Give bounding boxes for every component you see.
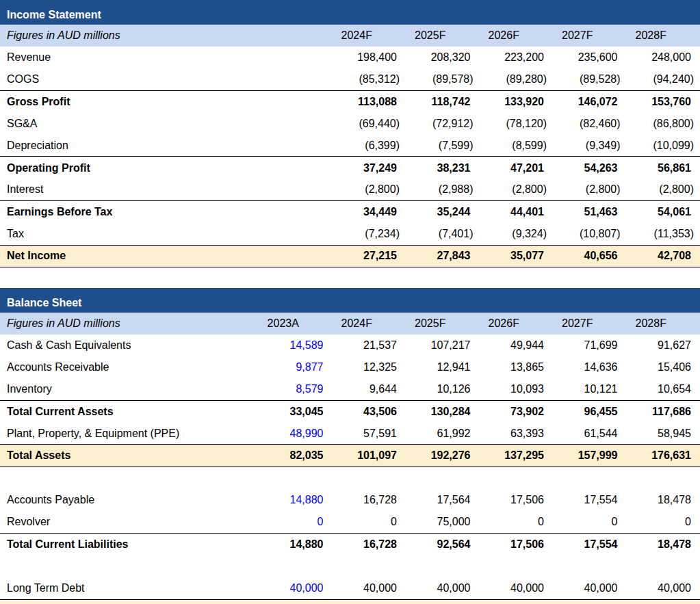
cell-interest-2025f: (2,988) <box>406 183 480 196</box>
cell-total-current-assets-2024f: 43,506 <box>333 406 406 418</box>
cell-revolver-2028f: 0 <box>627 516 700 528</box>
row-accounts-receivable: Accounts Receivable9,87712,32512,94113,8… <box>0 356 700 378</box>
cell-revenue-2024f: 198,400 <box>333 51 406 64</box>
cell-sg-a-2026f: (78,120) <box>480 118 554 130</box>
cell-total-current-liabilities-2023a: 14,880 <box>259 538 333 551</box>
row-accounts-payable: Accounts Payable14,88016,72817,56417,506… <box>0 489 700 511</box>
balance-sheet-partial-total-row <box>0 600 700 604</box>
row-label-inventory: Inventory <box>0 383 259 395</box>
row-revenue: Revenue198,400208,320223,200235,600248,0… <box>0 47 700 68</box>
cell-inventory-2027f: 10,121 <box>553 383 627 395</box>
cell-tax-2026f: (9,324) <box>480 228 554 240</box>
cell-earnings-before-tax-2025f: 35,244 <box>406 206 480 218</box>
column-header-2026f: 2026F <box>480 29 554 42</box>
column-header-2023a: 2023A <box>259 317 333 330</box>
row-label-accounts-receivable: Accounts Receivable <box>0 361 259 373</box>
cell-revenue-2025f: 208,320 <box>406 51 480 64</box>
cell-total-current-liabilities-2024f: 16,728 <box>333 538 406 551</box>
row-interest: Interest(2,800)(2,988)(2,800)(2,800)(2,8… <box>0 179 700 201</box>
cell-cash-cash-equivalents-2027f: 71,699 <box>553 339 627 352</box>
row-label-sg-a: SG&A <box>0 118 259 130</box>
cell-inventory-2024f: 9,644 <box>333 383 406 395</box>
cell-total-current-assets-2027f: 96,455 <box>553 406 627 418</box>
row-label-plant-property-equipment-ppe: Plant, Property, & Equipment (PPE) <box>0 428 259 440</box>
row-label-earnings-before-tax: Earnings Before Tax <box>0 206 259 218</box>
cell-earnings-before-tax-2028f: 54,061 <box>627 206 700 218</box>
cell-plant-property-equipment-ppe-2028f: 58,945 <box>627 428 700 440</box>
cell-sg-a-2024f: (69,440) <box>333 118 406 130</box>
cell-depreciation-2028f: (10,099) <box>627 140 700 152</box>
cell-accounts-payable-2028f: 18,478 <box>627 494 700 506</box>
cell-cash-cash-equivalents-2025f: 107,217 <box>406 339 480 352</box>
cell-net-income-2027f: 40,656 <box>553 250 627 262</box>
cell-operating-profit-2026f: 47,201 <box>480 162 554 174</box>
cell-revenue-2028f: 248,000 <box>627 51 700 64</box>
row-label-revenue: Revenue <box>0 51 259 64</box>
cell-earnings-before-tax-2026f: 44,401 <box>480 206 554 218</box>
cell-total-current-assets-2023a: 33,045 <box>259 406 333 418</box>
cell-plant-property-equipment-ppe-2024f: 57,591 <box>333 428 406 440</box>
column-header-2028f: 2028F <box>627 29 700 42</box>
cell-long-term-debt-2027f: 40,000 <box>553 582 627 594</box>
cell-cash-cash-equivalents-2023a: 14,589 <box>259 339 333 352</box>
row-label-net-income: Net Income <box>0 250 259 262</box>
income-statement-units-row: Figures in AUD millions 2024F2025F2026F2… <box>0 25 700 47</box>
blank-row <box>0 555 700 577</box>
cell-accounts-payable-2023a: 14,880 <box>259 494 333 506</box>
cell-accounts-receivable-2023a: 9,877 <box>259 361 333 373</box>
row-revolver: Revolver0075,000000 <box>0 511 700 533</box>
cell-net-income-2025f: 27,843 <box>406 250 480 262</box>
balance-sheet-section: Balance Sheet Figures in AUD millions 20… <box>0 288 700 604</box>
cell-plant-property-equipment-ppe-2027f: 61,544 <box>553 428 627 440</box>
column-header-2027f: 2027F <box>553 29 627 42</box>
balance-sheet-units-label: Figures in AUD millions <box>0 317 259 330</box>
cell-cash-cash-equivalents-2026f: 49,944 <box>480 339 554 352</box>
cell-accounts-payable-2024f: 16,728 <box>333 494 406 506</box>
cell-total-current-assets-2026f: 73,902 <box>480 406 554 418</box>
cell-accounts-receivable-2028f: 15,406 <box>627 361 700 373</box>
row-label-accounts-payable: Accounts Payable <box>0 494 259 506</box>
cell-inventory-2026f: 10,093 <box>480 383 554 395</box>
cell-long-term-debt-2023a: 40,000 <box>259 582 333 594</box>
cell-cogs-2025f: (89,578) <box>406 73 480 86</box>
cell-accounts-receivable-2025f: 12,941 <box>406 361 480 373</box>
column-header-2026f: 2026F <box>480 317 554 330</box>
cell-operating-profit-2028f: 56,861 <box>627 162 700 174</box>
cell-total-assets-2025f: 192,276 <box>406 449 480 462</box>
column-header-2028f: 2028F <box>627 317 700 330</box>
balance-sheet-units-row: Figures in AUD millions 2023A2024F2025F2… <box>0 313 700 334</box>
cell-inventory-2023a: 8,579 <box>259 383 333 395</box>
cell-gross-profit-2025f: 118,742 <box>406 96 480 108</box>
cell-revolver-2027f: 0 <box>553 516 627 528</box>
cell-depreciation-2027f: (9,349) <box>553 140 627 152</box>
cell-depreciation-2025f: (7,599) <box>406 140 480 152</box>
cell-operating-profit-2024f: 37,249 <box>333 162 406 174</box>
cell-cash-cash-equivalents-2028f: 91,627 <box>627 339 700 352</box>
row-label-tax: Tax <box>0 228 259 240</box>
cell-interest-2027f: (2,800) <box>553 183 627 196</box>
row-label-long-term-debt: Long Term Debt <box>0 582 259 594</box>
cell-cash-cash-equivalents-2024f: 21,537 <box>333 339 406 352</box>
row-label-total-current-assets: Total Current Assets <box>0 406 259 418</box>
row-label-cash-cash-equivalents: Cash & Cash Equivalents <box>0 339 259 352</box>
cell-total-current-assets-2028f: 117,686 <box>627 406 700 418</box>
balance-sheet-title: Balance Sheet <box>7 297 81 309</box>
cell-revolver-2025f: 75,000 <box>406 516 480 528</box>
income-statement-rows: Revenue198,400208,320223,200235,600248,0… <box>0 47 700 267</box>
cell-cogs-2026f: (89,280) <box>480 73 554 86</box>
cell-tax-2025f: (7,401) <box>406 228 480 240</box>
cell-cogs-2027f: (89,528) <box>553 73 627 86</box>
cell-total-current-liabilities-2027f: 17,554 <box>553 538 627 551</box>
cell-revenue-2027f: 235,600 <box>553 51 627 64</box>
cell-tax-2028f: (11,353) <box>627 228 700 240</box>
cell-accounts-receivable-2026f: 13,865 <box>480 361 554 373</box>
cell-total-current-liabilities-2028f: 18,478 <box>627 538 700 551</box>
cell-cogs-2024f: (85,312) <box>333 73 406 86</box>
column-header-2027f: 2027F <box>553 317 627 330</box>
row-total-current-assets: Total Current Assets33,04543,506130,2847… <box>0 401 700 423</box>
cell-operating-profit-2027f: 54,263 <box>553 162 627 174</box>
row-label-total-current-liabilities: Total Current Liabilities <box>0 538 259 551</box>
row-plant-property-equipment-ppe: Plant, Property, & Equipment (PPE)48,990… <box>0 423 700 445</box>
cell-inventory-2028f: 10,654 <box>627 383 700 395</box>
cell-plant-property-equipment-ppe-2023a: 48,990 <box>259 428 333 440</box>
